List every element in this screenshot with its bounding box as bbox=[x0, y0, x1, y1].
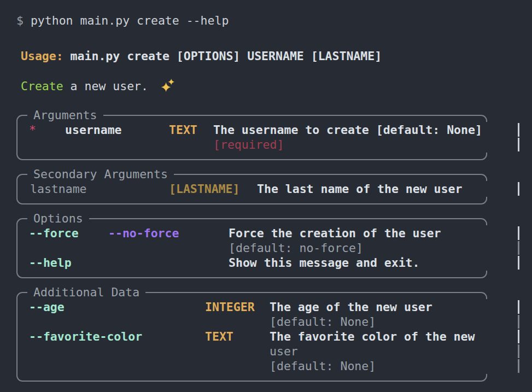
row-cell: TEXT bbox=[205, 329, 233, 344]
row-cell: --age bbox=[29, 300, 65, 314]
panel-row: --favorite-colorTEXTThe favorite color o… bbox=[16, 329, 530, 344]
panel-title: Options bbox=[27, 211, 89, 226]
panel-right-border-segment bbox=[518, 138, 519, 151]
panel-options: Options--force--no-forceForce the creati… bbox=[16, 211, 487, 285]
row-cell: [required] bbox=[213, 137, 284, 152]
row-cell: username bbox=[65, 122, 122, 137]
panel-title: Additional Data bbox=[27, 285, 145, 300]
row-cell: Force the creation of the user bbox=[229, 226, 441, 241]
row-cell: * bbox=[29, 122, 36, 137]
row-cell: INTEGER bbox=[205, 300, 255, 314]
panel-right-border-segment bbox=[518, 241, 519, 255]
row-cell: --no-force bbox=[108, 226, 179, 241]
row-cell: --favorite-color bbox=[29, 329, 142, 344]
usage-label: Usage: bbox=[21, 49, 71, 63]
panel-row: user bbox=[16, 344, 530, 359]
panel-row: [default: no-force] bbox=[16, 241, 530, 255]
panel-additional-data: Additional Data--ageINTEGERThe age of th… bbox=[16, 285, 487, 388]
row-cell: [default: None] bbox=[270, 314, 376, 329]
panel-right-border-segment bbox=[518, 315, 519, 329]
panel-row: --force--no-forceForce the creation of t… bbox=[16, 226, 530, 241]
help-panels: Arguments*usernameTEXTThe username to cr… bbox=[16, 108, 532, 388]
panel-row: --helpShow this message and exit. bbox=[16, 255, 530, 270]
row-cell: The last name of the new user bbox=[257, 182, 462, 196]
panel-title: Secondary Arguments bbox=[27, 167, 174, 182]
panel-title: Arguments bbox=[27, 108, 103, 122]
panel-right-border-segment bbox=[518, 182, 519, 196]
panel-row: --ageINTEGERThe age of the new user bbox=[16, 300, 530, 314]
panel-row: *usernameTEXTThe username to create [def… bbox=[16, 122, 530, 137]
command-text: python main.py create --help bbox=[31, 14, 229, 27]
panel-arguments: Arguments*usernameTEXTThe username to cr… bbox=[16, 108, 487, 167]
row-cell: --help bbox=[29, 255, 72, 270]
usage-text: main.py create [OPTIONS] USERNAME [LASTN… bbox=[71, 49, 382, 63]
row-cell: TEXT bbox=[169, 122, 197, 137]
row-cell: The favorite color of the new bbox=[270, 329, 475, 344]
prompt-symbol: $ bbox=[16, 14, 31, 27]
row-cell: The age of the new user bbox=[270, 300, 432, 314]
row-cell: The username to create [default: None] bbox=[213, 122, 482, 137]
description-line: Create a new user. bbox=[16, 78, 532, 93]
panel-right-border-segment bbox=[518, 330, 519, 343]
row-cell: --force bbox=[29, 226, 79, 241]
panel-secondary-arguments: Secondary Argumentslastname[LASTNAME]The… bbox=[16, 167, 487, 211]
row-cell: [default: no-force] bbox=[229, 241, 363, 255]
terminal[interactable]: $ python main.py create --help Usage: ma… bbox=[0, 0, 532, 392]
row-cell: user bbox=[270, 344, 298, 359]
panel-right-border-segment bbox=[518, 256, 519, 270]
row-cell: [LASTNAME] bbox=[169, 182, 239, 196]
description-text: a new user. bbox=[63, 79, 155, 93]
panel-right-border-segment bbox=[518, 300, 519, 314]
sparkles-icon bbox=[160, 78, 175, 93]
panel-right-border-segment bbox=[518, 226, 519, 240]
panel-right-border-segment bbox=[518, 344, 519, 358]
panel-row: [required] bbox=[16, 137, 530, 152]
panel-row: lastname[LASTNAME]The last name of the n… bbox=[16, 182, 530, 196]
row-cell: lastname bbox=[30, 182, 87, 196]
usage-line: Usage: main.py create [OPTIONS] USERNAME… bbox=[16, 49, 532, 63]
prompt-line: $ python main.py create --help bbox=[16, 13, 532, 28]
row-cell: [default: None] bbox=[270, 359, 376, 373]
panel-right-border-segment bbox=[518, 123, 519, 137]
row-cell: Show this message and exit. bbox=[229, 255, 420, 270]
panel-row: [default: None] bbox=[16, 359, 530, 373]
description-highlight: Create bbox=[21, 79, 63, 93]
panel-right-border-segment bbox=[518, 359, 519, 373]
panel-row: [default: None] bbox=[16, 314, 530, 329]
